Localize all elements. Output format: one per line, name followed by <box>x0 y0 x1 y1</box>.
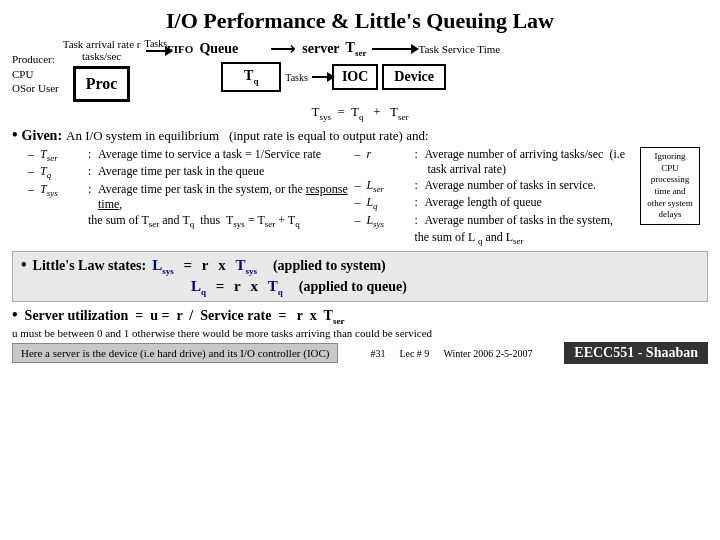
tasks-label-2: Tasks <box>285 72 308 83</box>
diagram-wrapper: Producer: CPU OSor User Task arrival rat… <box>12 38 708 124</box>
def-lsys: – Lsys : Average number of tasks in the … <box>354 213 640 229</box>
footer-right: EECC551 - Shaaban <box>564 342 708 364</box>
tasks-label-1: Tasks <box>144 38 167 49</box>
producer-label: Producer: CPU OSor User <box>12 52 59 95</box>
def-lq: – Lq : Average length of queue <box>354 195 640 211</box>
footer: Here a server is the device (i.e hard dr… <box>12 342 708 364</box>
ioc-box: IOC <box>332 64 378 90</box>
def-tsys: – Tsys : Average time per task in the sy… <box>28 182 354 212</box>
footer-lec: Lec # 9 <box>399 348 429 359</box>
def-tq: – Tq : Average time per task in the queu… <box>28 164 354 180</box>
queue-label: Queue <box>199 41 238 57</box>
device-box: Device <box>382 64 446 90</box>
bullet-given: • Given: An I/O system in equilibrium (i… <box>12 126 708 144</box>
def-r: – r : Average number of arriving tasks/s… <box>354 147 640 177</box>
footer-num: #31 <box>370 348 385 359</box>
tsys-equation: Tsys = Tq + Tser <box>311 104 408 122</box>
def-tser: – Tser : Average time to service a task … <box>28 147 354 163</box>
def-lser: – Lser : Average number of tasks in serv… <box>354 178 640 194</box>
server-util: • Server utilization = u = r / Service r… <box>12 306 708 326</box>
task-service-time-label: Task Service Time <box>418 43 500 55</box>
footer-left: Here a server is the device (i.e hard dr… <box>12 343 338 363</box>
tsys-detail: the sum of Tser and Tq thus Tsys = Tser … <box>88 213 354 229</box>
sub-note: u must be between 0 and 1 otherwise ther… <box>12 327 708 339</box>
queue-box: Tq <box>221 62 281 92</box>
lsys-detail: the sum of L q and Lser <box>414 230 640 246</box>
little-law-section: • Little's Law states: Lsys = r x Tsys (… <box>12 251 708 302</box>
server-label: server <box>302 41 339 57</box>
proc-box: Proc <box>73 66 131 102</box>
arrival-rate-label: Task arrival rate r tasks/sec <box>63 38 141 62</box>
page-title: I/O Performance & Little's Queuing Law <box>12 8 708 34</box>
tser-label: Tser <box>346 40 367 58</box>
footer-term: Winter 2006 2-5-2007 <box>443 348 532 359</box>
ignoring-note: Ignoring CPU processing time and other s… <box>640 147 700 225</box>
